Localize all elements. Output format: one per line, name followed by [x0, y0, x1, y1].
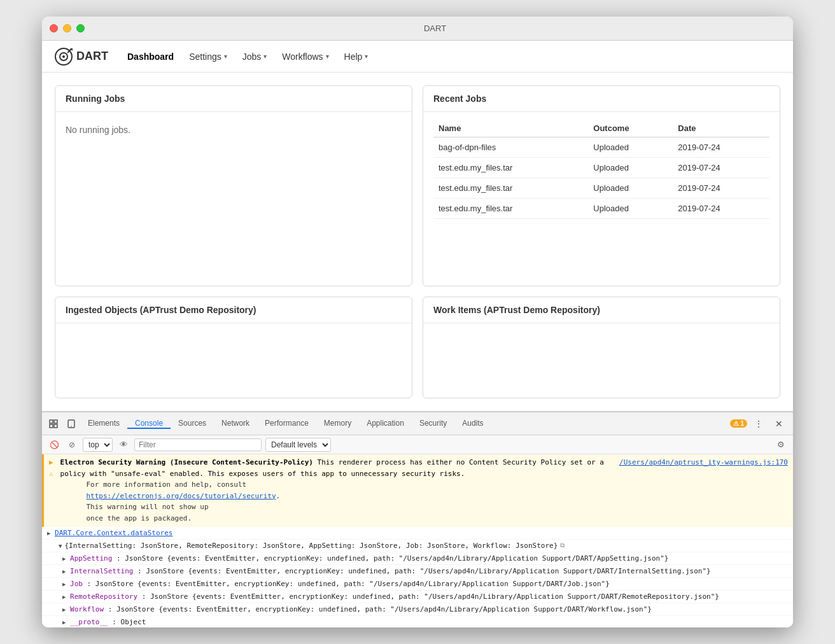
jobs-chevron: ▾ — [263, 53, 267, 60]
svg-rect-6 — [54, 420, 57, 423]
obj-prop-line: RemoteRepository : JsonStore {events: Ev… — [42, 591, 793, 603]
maximize-button[interactable] — [76, 24, 85, 32]
job-name: test.edu.my_files.tar — [433, 178, 588, 199]
table-row[interactable]: test.edu.my_files.tar Uploaded 2019-07-2… — [433, 178, 769, 199]
console-filter-btn[interactable]: ⊘ — [65, 438, 79, 452]
help-chevron: ▾ — [365, 53, 368, 60]
warning-bold-text: Electron Security Warning (Insecure Cont… — [60, 458, 313, 466]
work-items-panel: Work Items (APTrust Demo Repository) — [423, 297, 780, 398]
svg-rect-5 — [50, 420, 53, 423]
svg-rect-7 — [50, 424, 53, 428]
settings-chevron: ▾ — [224, 53, 227, 60]
ingested-objects-panel: Ingested Objects (APTrust Demo Repositor… — [55, 297, 412, 398]
recent-jobs-scroll[interactable]: Name Outcome Date bag-of-dpn-files Uploa… — [433, 120, 769, 219]
proto-value: Object — [121, 618, 146, 626]
tab-audits[interactable]: Audits — [454, 419, 491, 429]
no-running-jobs-text: No running jobs. — [66, 120, 402, 140]
prop-caret[interactable] — [62, 567, 66, 575]
job-date: 2019-07-24 — [673, 137, 769, 158]
app-logo: DART — [55, 48, 108, 66]
prop-caret[interactable] — [62, 605, 66, 613]
prop-caret[interactable] — [62, 580, 66, 588]
console-toolbar: 🚫 ⊘ top 👁 Default levels ⚙ — [42, 435, 793, 454]
prop-key: RemoteRepository — [70, 592, 137, 601]
col-name: Name — [433, 120, 588, 137]
tab-sources[interactable]: Sources — [171, 419, 214, 429]
nav-jobs[interactable]: Jobs ▾ — [236, 48, 274, 66]
svg-point-10 — [71, 426, 72, 427]
devtools-close-icon[interactable]: ✕ — [770, 415, 788, 433]
job-outcome: Uploaded — [588, 199, 673, 219]
job-outcome: Uploaded — [588, 178, 673, 199]
job-name: test.edu.my_files.tar — [433, 158, 588, 178]
warning-first-line: ▶ ⚠ Electron Security Warning (Insecure … — [49, 457, 788, 479]
tab-elements[interactable]: Elements — [80, 419, 127, 429]
warning-triangle-icon: ▶ ⚠ — [49, 457, 57, 479]
devtools-right-controls: ⚠ 1 ⋮ ✕ — [730, 415, 790, 433]
traffic-lights — [50, 24, 85, 32]
prop-caret[interactable] — [62, 592, 66, 601]
tab-performance[interactable]: Performance — [257, 419, 316, 429]
tab-security[interactable]: Security — [412, 419, 454, 429]
job-date: 2019-07-24 — [673, 178, 769, 199]
proto-line: __proto__ : Object — [42, 616, 793, 627]
svg-point-2 — [62, 55, 65, 58]
recent-jobs-body: Name Outcome Date bag-of-dpn-files Uploa… — [423, 112, 780, 286]
object-caret[interactable] — [59, 542, 62, 550]
table-row[interactable]: test.edu.my_files.tar Uploaded 2019-07-2… — [433, 158, 769, 178]
tab-network[interactable]: Network — [214, 419, 257, 429]
job-outcome: Uploaded — [588, 158, 673, 178]
nav-settings[interactable]: Settings ▾ — [183, 48, 234, 66]
default-levels-select[interactable]: Default levels — [265, 438, 331, 452]
running-jobs-panel: Running Jobs No running jobs. — [55, 85, 412, 286]
job-name: bag-of-dpn-files — [433, 137, 588, 158]
svg-rect-8 — [54, 424, 57, 428]
table-row[interactable]: test.edu.my_files.tar Uploaded 2019-07-2… — [433, 199, 769, 219]
obj-prop-line: Workflow : JsonStore {events: EventEmitt… — [42, 603, 793, 616]
console-eye-icon[interactable]: 👁 — [116, 438, 130, 452]
proto-caret[interactable] — [62, 618, 66, 626]
minimize-button[interactable] — [63, 24, 71, 32]
ingested-objects-body — [55, 323, 412, 398]
dart-context-expand[interactable] — [47, 529, 55, 537]
prop-value: JsonStore {events: EventEmitter, encrypt… — [150, 592, 719, 601]
main-window: DART DART Dashboard Settings ▾ Jobs — [42, 17, 793, 627]
prop-value: JsonStore {events: EventEmitter, encrypt… — [146, 567, 710, 575]
warning-file-link[interactable]: /Users/apd4n/aptrust_ity-warnings.js:170 — [619, 457, 788, 468]
obj-prop-line: Job : JsonStore {events: EventEmitter, e… — [42, 578, 793, 591]
obj-prop-line: InternalSetting : JsonStore {events: Eve… — [42, 565, 793, 578]
nav-links: Dashboard Settings ▾ Jobs ▾ Workflows ▾ … — [121, 48, 374, 66]
tab-application[interactable]: Application — [359, 419, 412, 429]
dart-logo-icon — [55, 48, 73, 66]
tab-memory[interactable]: Memory — [316, 419, 359, 429]
recent-jobs-header: Recent Jobs — [423, 86, 780, 112]
devtools-more-icon[interactable]: ⋮ — [750, 415, 768, 433]
dart-context-text[interactable]: DART.Core.Context.dataStores — [55, 529, 172, 537]
nav-help[interactable]: Help ▾ — [338, 48, 375, 66]
prop-key: InternalSetting — [70, 567, 133, 575]
console-clear-btn[interactable]: 🚫 — [47, 438, 61, 452]
devtools-mobile-icon[interactable] — [62, 415, 80, 433]
devtools-panel: Elements Console Sources Network Perform… — [42, 411, 793, 627]
title-bar: DART — [42, 17, 793, 41]
object-props-container: AppSetting : JsonStore {events: EventEmi… — [42, 552, 793, 616]
console-filter-input[interactable] — [134, 438, 262, 451]
console-output: ▶ ⚠ Electron Security Warning (Insecure … — [42, 454, 793, 627]
object-expand-icon[interactable]: ⧉ — [560, 542, 565, 549]
job-date: 2019-07-24 — [673, 158, 769, 178]
tab-console[interactable]: Console — [127, 419, 171, 429]
table-row[interactable]: bag-of-dpn-files Uploaded 2019-07-24 — [433, 137, 769, 158]
ingested-objects-header: Ingested Objects (APTrust Demo Repositor… — [55, 297, 412, 323]
warning-text: Electron Security Warning (Insecure Cont… — [60, 457, 616, 479]
prop-caret[interactable] — [62, 554, 66, 563]
console-gear-icon[interactable]: ⚙ — [774, 438, 788, 452]
nav-workflows[interactable]: Workflows ▾ — [276, 48, 335, 66]
window-title: DART — [85, 24, 785, 33]
console-context-select[interactable]: top — [83, 438, 113, 452]
close-button[interactable] — [50, 24, 58, 32]
devtools-inspect-icon[interactable] — [45, 415, 62, 433]
workflows-chevron: ▾ — [326, 53, 329, 60]
security-link[interactable]: https://electronjs.org/docs/tutorial/sec… — [87, 492, 276, 500]
job-name: test.edu.my_files.tar — [433, 199, 588, 219]
nav-dashboard[interactable]: Dashboard — [121, 48, 180, 66]
